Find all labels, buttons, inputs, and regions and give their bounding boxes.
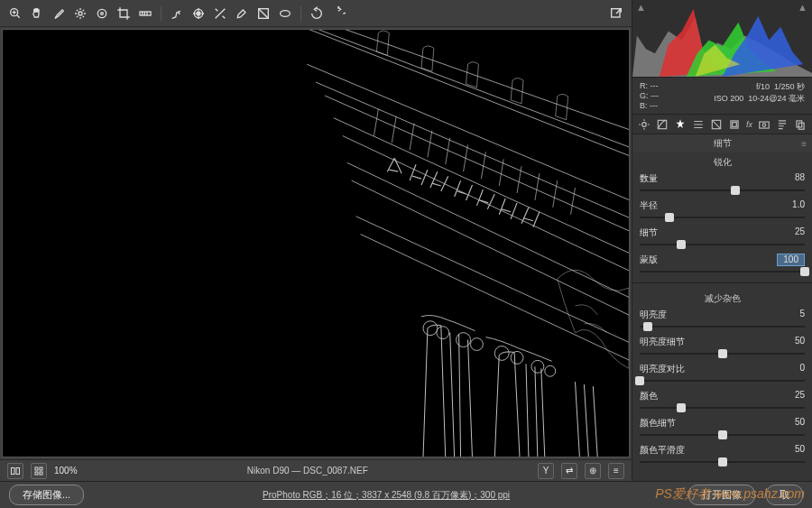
toolbar bbox=[0, 0, 632, 27]
panel-tabs: fx bbox=[632, 115, 812, 134]
svg-rect-62 bbox=[40, 472, 42, 475]
panel-menu-icon[interactable]: ≡ bbox=[801, 139, 807, 149]
export-icon[interactable] bbox=[608, 5, 624, 22]
svg-rect-68 bbox=[760, 122, 770, 128]
redeye-icon[interactable] bbox=[190, 5, 207, 22]
copy-icon[interactable]: ⊕ bbox=[585, 463, 601, 479]
sampler-icon[interactable] bbox=[72, 5, 88, 22]
svg-rect-71 bbox=[798, 123, 804, 129]
svg-rect-61 bbox=[35, 472, 38, 475]
zoom-icon[interactable] bbox=[7, 5, 23, 22]
detail-value[interactable]: 25 bbox=[795, 226, 805, 239]
lum-value[interactable]: 5 bbox=[799, 309, 805, 321]
amount-value[interactable]: 88 bbox=[795, 172, 805, 185]
camera-file: Nikon D90 — DSC_0087.NEF bbox=[85, 466, 531, 476]
watermark: PS爱好者 www.psahz.com bbox=[655, 486, 805, 503]
shutter: 1/250 秒 bbox=[774, 82, 805, 91]
svg-rect-59 bbox=[35, 467, 38, 470]
lumc-label: 明亮度对比 bbox=[640, 363, 685, 375]
tab-fx-icon[interactable]: fx bbox=[746, 117, 752, 132]
grad-icon[interactable] bbox=[255, 5, 272, 22]
before-after-y-icon[interactable]: Y bbox=[538, 463, 554, 479]
hand-icon[interactable] bbox=[29, 5, 45, 22]
lumd-slider[interactable] bbox=[640, 348, 805, 359]
straighten-icon[interactable] bbox=[137, 5, 153, 22]
detail-slider[interactable] bbox=[640, 239, 805, 250]
tab-hsl-icon[interactable] bbox=[692, 117, 705, 132]
mask-value[interactable]: 100 bbox=[777, 254, 805, 266]
lens: 10-24@24 毫米 bbox=[748, 94, 805, 103]
radial-icon[interactable] bbox=[277, 5, 293, 22]
lumc-slider[interactable] bbox=[640, 375, 805, 386]
cold-label: 颜色细节 bbox=[640, 417, 676, 429]
cols-value[interactable]: 50 bbox=[795, 444, 805, 457]
target-icon[interactable] bbox=[94, 5, 110, 22]
rotate-cw-icon[interactable] bbox=[330, 5, 346, 22]
settings-icon[interactable]: ≡ bbox=[608, 463, 624, 479]
lum-slider[interactable] bbox=[640, 321, 805, 332]
radius-label: 半径 bbox=[640, 199, 658, 212]
cols-label: 颜色平滑度 bbox=[640, 444, 685, 457]
status-bar: 100% Nikon D90 — DSC_0087.NEF Y ⇄ ⊕ ≡ bbox=[0, 459, 632, 481]
svg-rect-58 bbox=[16, 467, 20, 474]
tab-detail-icon[interactable] bbox=[674, 117, 687, 132]
cols-slider[interactable] bbox=[640, 457, 805, 467]
grid-icon[interactable] bbox=[31, 463, 47, 479]
panel-body: 锐化 数量88 半径1.0 细节25 蒙版100 减少杂色 明亮度5 明亮度细节… bbox=[632, 152, 812, 481]
tab-camera-icon[interactable] bbox=[758, 117, 770, 132]
panel-header[interactable]: 细节 ≡ bbox=[632, 134, 812, 152]
svg-rect-67 bbox=[733, 122, 737, 126]
rotate-ccw-icon[interactable] bbox=[309, 5, 325, 22]
adjust-icon[interactable] bbox=[212, 5, 228, 22]
b-value: B: --- bbox=[640, 101, 659, 110]
svg-rect-10 bbox=[3, 30, 629, 457]
spot-icon[interactable] bbox=[169, 5, 185, 22]
svg-rect-57 bbox=[12, 467, 15, 474]
image-info[interactable]: ProPhoto RGB；16 位；3837 x 2548 (9.8 百万像素)… bbox=[95, 489, 678, 502]
svg-point-3 bbox=[101, 12, 104, 14]
tab-lens-icon[interactable] bbox=[728, 117, 741, 132]
tab-presets-icon[interactable] bbox=[776, 117, 789, 132]
svg-point-6 bbox=[197, 12, 200, 15]
sharpen-title: 锐化 bbox=[640, 152, 805, 172]
svg-point-2 bbox=[97, 9, 106, 17]
compare-icon[interactable] bbox=[7, 463, 23, 479]
svg-point-8 bbox=[281, 10, 291, 16]
footer: 存储图像... ProPhoto RGB；16 位；3837 x 2548 (9… bbox=[0, 481, 812, 508]
mask-label: 蒙版 bbox=[640, 254, 658, 266]
histogram[interactable]: ▲ ▲ bbox=[632, 0, 812, 78]
col-label: 颜色 bbox=[640, 390, 658, 402]
cold-value[interactable]: 50 bbox=[795, 417, 805, 429]
tab-basic-icon[interactable] bbox=[638, 117, 651, 132]
zoom-level[interactable]: 100% bbox=[54, 466, 78, 476]
brush-icon[interactable] bbox=[234, 5, 250, 22]
col-value[interactable]: 25 bbox=[795, 390, 805, 402]
tab-split-icon[interactable] bbox=[710, 117, 723, 132]
swap-icon[interactable]: ⇄ bbox=[561, 463, 577, 479]
r-value: R: --- bbox=[640, 81, 659, 90]
lumd-label: 明亮度细节 bbox=[640, 336, 685, 348]
svg-point-69 bbox=[762, 123, 766, 126]
amount-label: 数量 bbox=[640, 172, 658, 185]
save-button[interactable]: 存储图像... bbox=[9, 485, 84, 505]
svg-point-1 bbox=[78, 12, 82, 15]
image-canvas[interactable] bbox=[2, 29, 630, 457]
mask-slider[interactable] bbox=[640, 266, 805, 277]
amount-slider[interactable] bbox=[640, 185, 805, 196]
lumd-value[interactable]: 50 bbox=[795, 336, 805, 348]
cold-slider[interactable] bbox=[640, 429, 805, 440]
radius-value[interactable]: 1.0 bbox=[792, 199, 805, 212]
crop-icon[interactable] bbox=[115, 5, 132, 22]
g-value: G: --- bbox=[640, 91, 659, 100]
aperture: f/10 bbox=[756, 82, 770, 91]
tab-snapshots-icon[interactable] bbox=[794, 117, 807, 132]
readouts: R: --- G: --- B: --- f/10 1/250 秒 ISO 20… bbox=[632, 78, 812, 115]
svg-rect-9 bbox=[612, 8, 620, 16]
tab-curve-icon[interactable] bbox=[656, 117, 669, 132]
col-slider[interactable] bbox=[640, 402, 805, 413]
lumc-value[interactable]: 0 bbox=[799, 363, 805, 375]
nr-title: 减少杂色 bbox=[640, 289, 805, 309]
svg-point-63 bbox=[642, 122, 647, 126]
radius-slider[interactable] bbox=[640, 212, 805, 223]
eyedropper-icon[interactable] bbox=[51, 5, 67, 22]
